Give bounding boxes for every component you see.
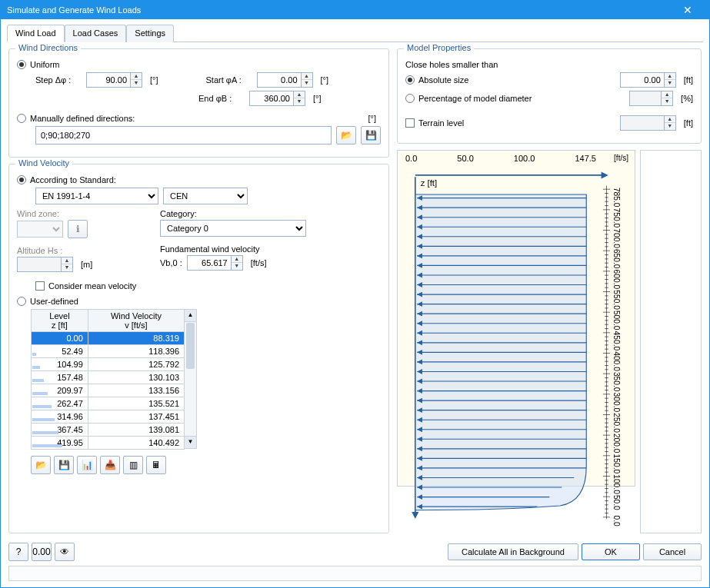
save-icon[interactable]: 💾 <box>54 456 74 474</box>
radio-according-standard[interactable]: According to Standard: <box>17 175 116 184</box>
info-icon[interactable]: ℹ <box>68 220 88 238</box>
table-row[interactable]: 52.49118.396 <box>32 345 185 358</box>
radio-percentage-diameter[interactable]: Percentage of model diameter <box>405 94 532 103</box>
select-wind-zone <box>17 221 63 238</box>
chart-velocity-profile: 0.0 50.0 100.0 147.5 [ft/s] z [ft] <box>397 150 635 487</box>
chevron-down-icon[interactable]: ▼ <box>302 80 312 87</box>
tab-content: Wind Directions Uniform Step Δφ : ▲▼ [°] <box>1 42 709 538</box>
import-table-icon[interactable]: 📥 <box>100 456 120 474</box>
label-close-holes: Close holes smaller than <box>405 60 693 69</box>
unit-absolute: [ft] <box>684 75 693 85</box>
unit-start: [°] <box>321 75 329 85</box>
eye-icon[interactable]: 👁 <box>55 543 75 561</box>
radio-uniform[interactable]: Uniform <box>17 60 60 69</box>
chevron-down-icon[interactable]: ▼ <box>131 80 142 87</box>
chevron-up-icon[interactable]: ▲ <box>185 310 196 322</box>
checkbox-terrain-level[interactable]: Terrain level <box>405 118 464 128</box>
svg-text:150.0: 150.0 <box>612 454 621 474</box>
tab-settings[interactable]: Settings <box>126 25 174 42</box>
chevron-up-icon[interactable]: ▲ <box>665 73 675 80</box>
button-cancel[interactable]: Cancel <box>643 543 702 560</box>
radio-dot-icon <box>405 75 415 85</box>
input-end-phiB[interactable]: ▲▼ <box>249 91 305 106</box>
folder-open-icon[interactable]: 📂 <box>336 126 356 145</box>
svg-text:450.0: 450.0 <box>612 331 621 351</box>
svg-text:100.0: 100.0 <box>612 474 621 494</box>
dialog-frame: Simulate and Generate Wind Loads ✕ Wind … <box>0 0 710 588</box>
chevron-up-icon[interactable]: ▲ <box>302 73 312 80</box>
label-start-phiA: Start φA : <box>206 75 252 85</box>
unit-pct: [%] <box>681 94 693 103</box>
table-row[interactable]: 419.95140.492 <box>32 437 185 450</box>
unit-altitude: [m] <box>81 260 92 269</box>
input-altitude-hs: ▲▼ <box>17 257 73 272</box>
chevron-up-icon[interactable]: ▲ <box>131 73 142 80</box>
table-row[interactable]: 209.97133.156 <box>32 384 185 397</box>
chevron-up-icon[interactable]: ▲ <box>294 91 305 98</box>
chevron-down-icon[interactable]: ▼ <box>232 263 242 270</box>
table-row[interactable]: 367.45139.081 <box>32 424 185 437</box>
chevron-up-icon[interactable]: ▲ <box>232 256 242 263</box>
svg-text:0.0: 0.0 <box>612 516 621 527</box>
svg-text:200.0: 200.0 <box>612 434 621 453</box>
table-scrollbar[interactable]: ▲ ▼ <box>185 309 197 449</box>
button-calculate-background[interactable]: Calculate All in Background <box>448 543 578 560</box>
table-row[interactable]: 0.0088.319 <box>32 332 185 345</box>
table-row[interactable]: 262.47135.521 <box>32 397 185 410</box>
select-terrain-category[interactable]: Category 0 <box>160 220 306 237</box>
radio-dot-icon <box>17 60 26 69</box>
table-row[interactable]: 157.48130.103 <box>32 371 185 384</box>
table-header-level: Levelz [ft] <box>32 310 88 332</box>
units-settings-icon[interactable]: 0.00 <box>32 543 52 561</box>
unit-terrain: [ft] <box>684 118 693 128</box>
unit-step: [°] <box>150 75 158 85</box>
label-wind-zone: Wind zone: <box>17 209 155 218</box>
chevron-down-icon[interactable]: ▼ <box>294 98 305 105</box>
radio-uniform-label: Uniform <box>30 60 60 69</box>
tab-strip: Wind Load Load Cases Settings <box>7 24 703 42</box>
checkbox-mean-velocity[interactable]: Consider mean velocity <box>35 281 136 291</box>
input-vb0[interactable]: ▲▼ <box>187 255 243 271</box>
checkbox-terrain-label: Terrain level <box>418 118 464 128</box>
radio-dot-icon <box>17 114 26 123</box>
table-row[interactable]: 314.96137.451 <box>32 410 185 424</box>
radio-absolute-size[interactable]: Absolute size <box>405 75 468 85</box>
radio-manual-directions[interactable]: Manually defined directions: <box>17 114 135 123</box>
group-title-wind-velocity: Wind Velocity <box>15 158 72 168</box>
tab-wind-load[interactable]: Wind Load <box>7 25 65 42</box>
svg-marker-3 <box>602 171 608 178</box>
select-national-annex[interactable]: CEN <box>163 188 248 204</box>
scrollbar-thumb[interactable] <box>186 323 195 369</box>
svg-marker-2 <box>412 512 418 519</box>
input-terrain-level: ▲▼ <box>620 115 676 131</box>
label-fund-vel: Fundamental wind velocity <box>160 244 381 254</box>
input-absolute-size[interactable]: ▲▼ <box>620 72 676 88</box>
checkbox-box-icon <box>35 281 45 291</box>
svg-text:250.0: 250.0 <box>612 413 621 433</box>
label-step-dphi: Step Δφ : <box>35 75 82 85</box>
group-wind-velocity: Wind Velocity According to Standard: EN … <box>8 164 389 533</box>
input-manual-directions[interactable] <box>35 126 332 145</box>
svg-text:300.0: 300.0 <box>612 393 621 413</box>
help-icon[interactable]: ? <box>8 543 28 561</box>
chevron-down-icon[interactable]: ▼ <box>185 436 196 448</box>
label-end-phiB: End φB : <box>198 94 245 103</box>
calculator-icon[interactable]: 🖩 <box>146 456 166 474</box>
close-icon[interactable]: ✕ <box>672 1 703 19</box>
input-step-dphi[interactable]: ▲▼ <box>86 72 142 88</box>
svg-text:400.0: 400.0 <box>612 351 621 371</box>
group-title-model-properties: Model Properties <box>404 43 474 52</box>
table-height-velocity: Levelz [ft] Wind Velocityv [ft/s] 0.0088… <box>31 309 185 450</box>
columns-icon[interactable]: ▥ <box>123 456 143 474</box>
save-icon[interactable]: 💾 <box>361 126 381 145</box>
button-ok[interactable]: OK <box>582 543 640 560</box>
chevron-down-icon[interactable]: ▼ <box>665 80 675 87</box>
radio-user-defined[interactable]: User-defined <box>17 297 78 306</box>
label-category: Category: <box>160 209 381 218</box>
radio-absolute-label: Absolute size <box>418 75 468 85</box>
select-standard[interactable]: EN 1991-1-4 <box>35 188 158 204</box>
export-excel-icon[interactable]: 📊 <box>77 456 97 474</box>
table-row[interactable]: 104.99125.792 <box>32 358 185 371</box>
input-start-phiA[interactable]: ▲▼ <box>257 72 313 88</box>
tab-load-cases[interactable]: Load Cases <box>65 25 127 42</box>
